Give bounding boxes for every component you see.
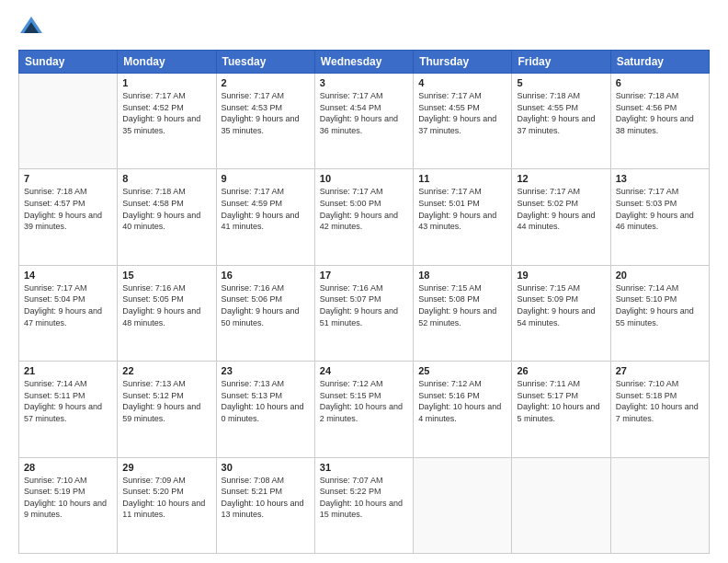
- day-number: 31: [320, 462, 408, 473]
- cell-info: Sunrise: 7:08 AMSunset: 5:21 PMDaylight:…: [222, 475, 310, 521]
- calendar-cell: 28Sunrise: 7:10 AMSunset: 5:19 PMDayligh…: [19, 457, 118, 553]
- calendar-cell: 20Sunrise: 7:14 AMSunset: 5:10 PMDayligh…: [610, 265, 709, 361]
- cell-info: Sunrise: 7:17 AMSunset: 4:54 PMDaylight:…: [320, 90, 408, 136]
- calendar-cell: 4Sunrise: 7:17 AMSunset: 4:55 PMDaylight…: [414, 74, 512, 169]
- logo: [18, 15, 48, 40]
- day-number: 18: [418, 270, 506, 281]
- cell-info: Sunrise: 7:17 AMSunset: 4:52 PMDaylight:…: [122, 90, 210, 136]
- day-number: 10: [320, 173, 408, 184]
- calendar-cell: 21Sunrise: 7:14 AMSunset: 5:11 PMDayligh…: [19, 362, 118, 457]
- cell-info: Sunrise: 7:10 AMSunset: 5:18 PMDaylight:…: [616, 378, 704, 424]
- day-number: 19: [517, 270, 605, 281]
- cell-info: Sunrise: 7:17 AMSunset: 4:59 PMDaylight:…: [222, 186, 310, 232]
- cell-info: Sunrise: 7:07 AMSunset: 5:22 PMDaylight:…: [320, 475, 408, 521]
- cell-info: Sunrise: 7:16 AMSunset: 5:05 PMDaylight:…: [122, 282, 210, 328]
- cell-info: Sunrise: 7:17 AMSunset: 5:00 PMDaylight:…: [320, 186, 408, 232]
- day-number: 30: [222, 462, 310, 473]
- cell-info: Sunrise: 7:18 AMSunset: 4:56 PMDaylight:…: [616, 90, 704, 136]
- weekday-header-tuesday: Tuesday: [216, 51, 314, 74]
- calendar-cell: 23Sunrise: 7:13 AMSunset: 5:13 PMDayligh…: [216, 362, 314, 457]
- header: [18, 15, 710, 40]
- day-number: 16: [222, 270, 310, 281]
- day-number: 9: [222, 173, 310, 184]
- calendar-cell: 16Sunrise: 7:16 AMSunset: 5:06 PMDayligh…: [216, 265, 314, 361]
- cell-info: Sunrise: 7:18 AMSunset: 4:55 PMDaylight:…: [517, 90, 605, 136]
- cell-info: Sunrise: 7:17 AMSunset: 5:02 PMDaylight:…: [517, 186, 605, 232]
- calendar-cell: 22Sunrise: 7:13 AMSunset: 5:12 PMDayligh…: [118, 362, 216, 457]
- weekday-header-monday: Monday: [118, 51, 216, 74]
- day-number: 12: [517, 173, 605, 184]
- calendar-cell: 12Sunrise: 7:17 AMSunset: 5:02 PMDayligh…: [512, 169, 610, 265]
- cell-info: Sunrise: 7:10 AMSunset: 5:19 PMDaylight:…: [24, 475, 112, 521]
- cell-info: Sunrise: 7:18 AMSunset: 4:57 PMDaylight:…: [24, 186, 112, 232]
- day-number: 22: [122, 365, 210, 376]
- calendar-cell: 15Sunrise: 7:16 AMSunset: 5:05 PMDayligh…: [118, 265, 216, 361]
- calendar-cell: 29Sunrise: 7:09 AMSunset: 5:20 PMDayligh…: [118, 457, 216, 553]
- calendar-cell: 11Sunrise: 7:17 AMSunset: 5:01 PMDayligh…: [414, 169, 512, 265]
- cell-info: Sunrise: 7:17 AMSunset: 5:04 PMDaylight:…: [24, 282, 112, 328]
- day-number: 5: [517, 77, 605, 88]
- cell-info: Sunrise: 7:11 AMSunset: 5:17 PMDaylight:…: [517, 378, 605, 424]
- cell-info: Sunrise: 7:17 AMSunset: 4:53 PMDaylight:…: [222, 90, 310, 136]
- logo-icon: [18, 15, 44, 40]
- calendar-cell: 30Sunrise: 7:08 AMSunset: 5:21 PMDayligh…: [216, 457, 314, 553]
- calendar-cell: 9Sunrise: 7:17 AMSunset: 4:59 PMDaylight…: [216, 169, 314, 265]
- day-number: 25: [418, 365, 506, 376]
- cell-info: Sunrise: 7:17 AMSunset: 5:03 PMDaylight:…: [616, 186, 704, 232]
- calendar-cell: [19, 74, 118, 169]
- calendar-cell: 2Sunrise: 7:17 AMSunset: 4:53 PMDaylight…: [216, 74, 314, 169]
- day-number: 27: [616, 365, 704, 376]
- calendar-cell: 5Sunrise: 7:18 AMSunset: 4:55 PMDaylight…: [512, 74, 610, 169]
- calendar-cell: 26Sunrise: 7:11 AMSunset: 5:17 PMDayligh…: [512, 362, 610, 457]
- calendar-cell: 10Sunrise: 7:17 AMSunset: 5:00 PMDayligh…: [314, 169, 413, 265]
- day-number: 15: [122, 270, 210, 281]
- day-number: 28: [24, 462, 112, 473]
- cell-info: Sunrise: 7:15 AMSunset: 5:08 PMDaylight:…: [418, 282, 506, 328]
- cell-info: Sunrise: 7:12 AMSunset: 5:15 PMDaylight:…: [320, 378, 408, 424]
- cell-info: Sunrise: 7:17 AMSunset: 4:55 PMDaylight:…: [418, 90, 506, 136]
- day-number: 23: [222, 365, 310, 376]
- day-number: 4: [418, 77, 506, 88]
- weekday-header-wednesday: Wednesday: [314, 51, 413, 74]
- weekday-header-thursday: Thursday: [414, 51, 512, 74]
- cell-info: Sunrise: 7:18 AMSunset: 4:58 PMDaylight:…: [122, 186, 210, 232]
- cell-info: Sunrise: 7:13 AMSunset: 5:12 PMDaylight:…: [122, 378, 210, 424]
- cell-info: Sunrise: 7:14 AMSunset: 5:11 PMDaylight:…: [24, 378, 112, 424]
- day-number: 1: [122, 77, 210, 88]
- day-number: 11: [418, 173, 506, 184]
- cell-info: Sunrise: 7:16 AMSunset: 5:07 PMDaylight:…: [320, 282, 408, 328]
- day-number: 2: [222, 77, 310, 88]
- cell-info: Sunrise: 7:14 AMSunset: 5:10 PMDaylight:…: [616, 282, 704, 328]
- day-number: 13: [616, 173, 704, 184]
- weekday-header-sunday: Sunday: [19, 51, 118, 74]
- day-number: 6: [616, 77, 704, 88]
- cell-info: Sunrise: 7:12 AMSunset: 5:16 PMDaylight:…: [418, 378, 506, 424]
- day-number: 8: [122, 173, 210, 184]
- day-number: 20: [616, 270, 704, 281]
- calendar-cell: [610, 457, 709, 553]
- day-number: 29: [122, 462, 210, 473]
- calendar-cell: 31Sunrise: 7:07 AMSunset: 5:22 PMDayligh…: [314, 457, 413, 553]
- calendar-table: SundayMondayTuesdayWednesdayThursdayFrid…: [18, 50, 710, 554]
- weekday-header-saturday: Saturday: [610, 51, 709, 74]
- calendar-cell: 6Sunrise: 7:18 AMSunset: 4:56 PMDaylight…: [610, 74, 709, 169]
- calendar-cell: 27Sunrise: 7:10 AMSunset: 5:18 PMDayligh…: [610, 362, 709, 457]
- calendar-cell: 17Sunrise: 7:16 AMSunset: 5:07 PMDayligh…: [314, 265, 413, 361]
- day-number: 14: [24, 270, 112, 281]
- calendar-cell: 7Sunrise: 7:18 AMSunset: 4:57 PMDaylight…: [19, 169, 118, 265]
- calendar-cell: 8Sunrise: 7:18 AMSunset: 4:58 PMDaylight…: [118, 169, 216, 265]
- day-number: 26: [517, 365, 605, 376]
- cell-info: Sunrise: 7:15 AMSunset: 5:09 PMDaylight:…: [517, 282, 605, 328]
- calendar-cell: 18Sunrise: 7:15 AMSunset: 5:08 PMDayligh…: [414, 265, 512, 361]
- calendar-cell: [414, 457, 512, 553]
- calendar-cell: 1Sunrise: 7:17 AMSunset: 4:52 PMDaylight…: [118, 74, 216, 169]
- page: SundayMondayTuesdayWednesdayThursdayFrid…: [0, 0, 728, 563]
- cell-info: Sunrise: 7:17 AMSunset: 5:01 PMDaylight:…: [418, 186, 506, 232]
- day-number: 3: [320, 77, 408, 88]
- cell-info: Sunrise: 7:13 AMSunset: 5:13 PMDaylight:…: [222, 378, 310, 424]
- day-number: 24: [320, 365, 408, 376]
- weekday-header-friday: Friday: [512, 51, 610, 74]
- calendar-cell: 3Sunrise: 7:17 AMSunset: 4:54 PMDaylight…: [314, 74, 413, 169]
- calendar-cell: [512, 457, 610, 553]
- calendar-cell: 13Sunrise: 7:17 AMSunset: 5:03 PMDayligh…: [610, 169, 709, 265]
